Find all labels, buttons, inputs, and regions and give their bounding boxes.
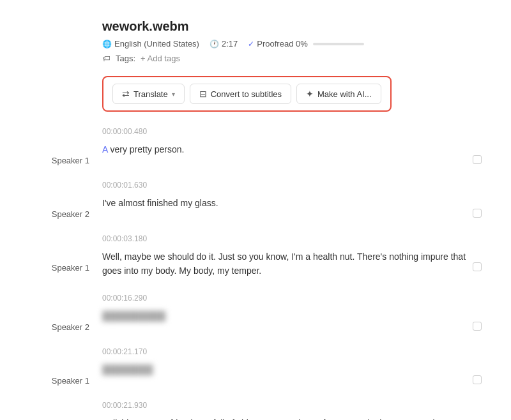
convert-label: Convert to subtitles bbox=[211, 89, 282, 99]
table-row: 00:00:21.170 bbox=[26, 347, 485, 360]
speaker-col bbox=[26, 401, 102, 414]
content-col: 00:00:03.180 bbox=[102, 234, 485, 247]
checkbox-col bbox=[466, 416, 485, 420]
content-col: 00:00:21.930 bbox=[102, 401, 485, 414]
speaker-label: Speaker 2 bbox=[52, 209, 89, 219]
make-ai-label: Make with AI... bbox=[317, 89, 372, 99]
first-letter: A bbox=[102, 144, 108, 154]
table-row: Speaker 2 ██████████ bbox=[26, 309, 485, 332]
checkbox-col bbox=[466, 250, 485, 278]
speaker-label: Speaker 1 bbox=[52, 376, 89, 386]
table-row: Speaker 1 ████████ bbox=[26, 363, 485, 386]
checkbox-col bbox=[466, 196, 485, 219]
speaker-col bbox=[26, 347, 102, 360]
ai-icon: ✦ bbox=[306, 89, 314, 99]
add-tags-button[interactable]: + Add tags bbox=[141, 54, 180, 63]
content-col: A very pretty person. bbox=[102, 142, 466, 165]
checkbox[interactable] bbox=[473, 262, 482, 271]
table-row: Speaker 1 Well, maybe we should do it. J… bbox=[26, 250, 485, 278]
checkbox[interactable] bbox=[473, 375, 482, 384]
table-row: Speaker 2 Bullshit. You, my friend, are … bbox=[26, 416, 485, 420]
content-col: ██████████ bbox=[102, 309, 466, 332]
checkbox[interactable] bbox=[473, 322, 482, 331]
content-col: 00:00:21.170 bbox=[102, 347, 485, 360]
timestamp: 00:00:21.930 bbox=[102, 401, 485, 410]
proofread-label: Proofread 0% bbox=[257, 39, 308, 49]
speaker-col bbox=[26, 181, 102, 193]
tag-icon: 🏷 bbox=[102, 54, 111, 63]
language-meta: 🌐 English (United States) bbox=[102, 39, 199, 49]
speaker-col: Speaker 2 bbox=[26, 416, 102, 420]
content-col: Well, maybe we should do it. Just so you… bbox=[102, 250, 466, 278]
content-col: 00:00:16.290 bbox=[102, 294, 485, 306]
translate-button[interactable]: ⇄ Translate ▾ bbox=[112, 84, 185, 104]
speaker-col bbox=[26, 127, 102, 140]
meta-row: 🌐 English (United States) 🕐 2:17 ✓ Proof… bbox=[102, 39, 485, 49]
transcript-text: Bullshit. You, my friend, are full of sh… bbox=[102, 416, 466, 420]
file-title: wework.webm bbox=[102, 19, 485, 34]
content-col: Bullshit. You, my friend, are full of sh… bbox=[102, 416, 466, 420]
speaker-col: Speaker 1 bbox=[26, 363, 102, 386]
transcript-text-blurred: ████████ bbox=[102, 363, 466, 377]
table-row: Speaker 1 A very pretty person. bbox=[26, 142, 485, 165]
speaker-label: Speaker 1 bbox=[52, 263, 89, 273]
content-col: 00:00:00.480 bbox=[102, 127, 485, 140]
proofread-meta: ✓ Proofread 0% bbox=[248, 39, 364, 49]
speaker-col: Speaker 2 bbox=[26, 196, 102, 219]
table-row: 00:00:01.630 bbox=[26, 181, 485, 193]
timestamp: 00:00:03.180 bbox=[102, 234, 485, 243]
clock-icon: 🕐 bbox=[210, 40, 219, 49]
globe-icon: 🌐 bbox=[102, 40, 112, 49]
language-label: English (United States) bbox=[114, 39, 199, 49]
table-row: 00:00:03.180 bbox=[26, 234, 485, 247]
speaker-col: Speaker 2 bbox=[26, 309, 102, 332]
timestamp: 00:00:00.480 bbox=[102, 127, 485, 136]
table-row: Speaker 2 I've almost finished my glass. bbox=[26, 196, 485, 219]
timestamp: 00:00:16.290 bbox=[102, 294, 485, 303]
checkbox[interactable] bbox=[473, 155, 482, 164]
table-row: 00:00:21.930 bbox=[26, 401, 485, 414]
proofread-progress-bar bbox=[313, 43, 364, 45]
convert-subtitles-button[interactable]: ⊟ Convert to subtitles bbox=[190, 84, 291, 104]
duration-label: 2:17 bbox=[222, 39, 238, 49]
speaker-col: Speaker 1 bbox=[26, 142, 102, 165]
translate-icon: ⇄ bbox=[122, 89, 130, 99]
transcript-section: 00:00:00.480 Speaker 1 A very pretty per… bbox=[26, 127, 485, 420]
transcript-text-blurred: ██████████ bbox=[102, 309, 466, 323]
content-col: ████████ bbox=[102, 363, 466, 386]
duration-meta: 🕐 2:17 bbox=[210, 39, 238, 49]
content-col: I've almost finished my glass. bbox=[102, 196, 466, 219]
table-row: 00:00:00.480 bbox=[26, 127, 485, 140]
transcript-text: Well, maybe we should do it. Just so you… bbox=[102, 250, 466, 278]
speaker-col: Speaker 1 bbox=[26, 250, 102, 278]
checkbox-col bbox=[466, 142, 485, 165]
speaker-col bbox=[26, 294, 102, 306]
timestamp: 00:00:01.630 bbox=[102, 181, 485, 190]
speaker-col bbox=[26, 234, 102, 247]
table-row: 00:00:16.290 bbox=[26, 294, 485, 306]
check-icon: ✓ bbox=[248, 40, 254, 49]
tags-row: 🏷 Tags: + Add tags bbox=[102, 54, 485, 63]
checkbox[interactable] bbox=[473, 209, 482, 218]
make-ai-button[interactable]: ✦ Make with AI... bbox=[296, 84, 381, 104]
content-col: 00:00:01.630 bbox=[102, 181, 485, 193]
speaker-label: Speaker 2 bbox=[52, 322, 89, 332]
timestamp: 00:00:21.170 bbox=[102, 347, 485, 356]
toolbar: ⇄ Translate ▾ ⊟ Convert to subtitles ✦ M… bbox=[102, 76, 392, 112]
transcript-text: A very pretty person. bbox=[102, 142, 466, 156]
chevron-down-icon: ▾ bbox=[172, 91, 175, 98]
checkbox-col bbox=[466, 363, 485, 386]
speaker-label: Speaker 1 bbox=[52, 156, 89, 165]
translate-label: Translate bbox=[133, 89, 168, 99]
checkbox-col bbox=[466, 309, 485, 332]
transcript-text: I've almost finished my glass. bbox=[102, 196, 466, 210]
subtitles-icon: ⊟ bbox=[199, 89, 207, 99]
tags-label: Tags: bbox=[116, 54, 135, 63]
